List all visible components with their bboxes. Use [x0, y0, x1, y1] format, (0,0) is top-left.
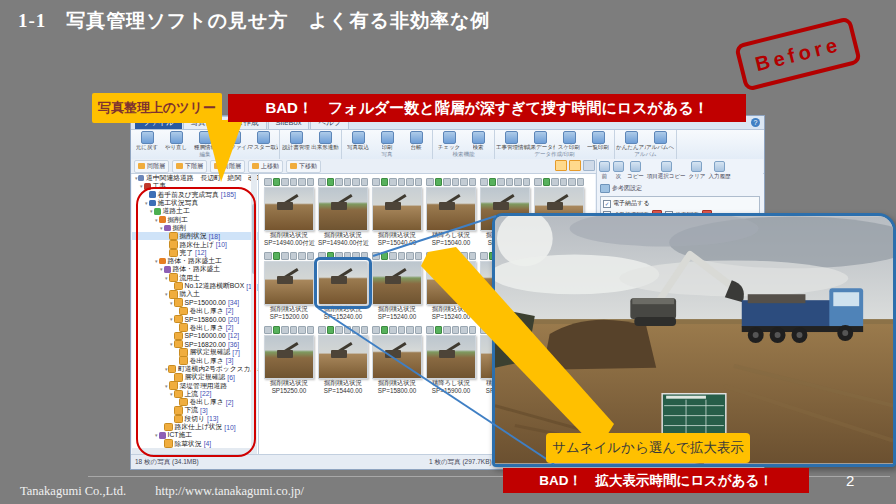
- ribbon-button[interactable]: チェック: [436, 131, 462, 150]
- thumbnail-status-icons: [426, 326, 476, 334]
- ribbon-button[interactable]: 印刷: [374, 131, 400, 150]
- thumbnail-image[interactable]: [318, 335, 368, 379]
- thumbnail-caption: 掘削積込状況: [318, 305, 368, 313]
- checkbox-item[interactable]: ✓電子納品する: [603, 199, 649, 208]
- thumbnail-status-icons: [264, 326, 314, 334]
- status-icon: [460, 326, 468, 334]
- tree-node[interactable]: SP=16000.00[12]: [132, 332, 258, 340]
- ribbon-button[interactable]: 外部ファイル: [221, 131, 247, 150]
- thumbnail-image[interactable]: [264, 335, 314, 379]
- thumbnail[interactable]: 掘削積込状況SP=15040.00: [372, 178, 422, 246]
- ribbon-button[interactable]: アルバムへ: [647, 131, 673, 150]
- panel-button[interactable]: 入力履歴: [708, 161, 730, 180]
- view-mode-icon[interactable]: [583, 160, 595, 171]
- panel-button[interactable]: 次: [613, 161, 624, 180]
- view-mode-icon[interactable]: [569, 160, 581, 171]
- ribbon-button[interactable]: 写真取込: [345, 131, 371, 150]
- approved-icon: [435, 178, 443, 186]
- status-icon: [335, 178, 343, 186]
- ribbon-button[interactable]: 成果データ作成: [527, 131, 553, 150]
- status-icon: [389, 178, 397, 186]
- tree-node-count: [185]: [221, 191, 236, 198]
- tree-nav-button[interactable]: 同階層: [134, 160, 169, 173]
- tree-vertical-scrollbar[interactable]: [251, 174, 257, 454]
- ribbon-button[interactable]: 検索: [465, 131, 491, 150]
- checkbox[interactable]: ✓: [603, 200, 611, 208]
- ribbon-button[interactable]: 元に戻す: [134, 131, 160, 150]
- tree-node[interactable]: 巻出し厚さ[2]: [132, 307, 258, 315]
- ribbon-button[interactable]: 工事管理情報: [498, 131, 524, 150]
- tree-nav-button[interactable]: 下移動: [286, 160, 321, 173]
- status-icon: [389, 326, 397, 334]
- thumbnail[interactable]: 掘削積込状況SP=14940.00付近: [264, 178, 314, 246]
- ribbon-button[interactable]: 種層情報: [192, 131, 218, 150]
- ribbon-button[interactable]: 設計書管理: [283, 131, 309, 150]
- thumbnail[interactable]: 掘削積込状況SP=15440.00: [318, 326, 368, 394]
- tree-node[interactable]: ▾施工状況写真: [132, 199, 258, 207]
- panel-button[interactable]: 前: [599, 161, 610, 180]
- thumbnail-image[interactable]: [264, 187, 314, 231]
- ribbon-button[interactable]: 一覧印刷: [585, 131, 611, 150]
- tree-node[interactable]: ▾掘削工: [132, 215, 258, 223]
- panel-button[interactable]: クリア: [689, 161, 706, 180]
- thumbnail-image[interactable]: [426, 335, 476, 379]
- panel-button[interactable]: コピー: [627, 161, 644, 180]
- status-icon: [344, 326, 352, 334]
- thumbnail[interactable]: 掘削積込状況SP=15240.00: [372, 252, 422, 320]
- thumbnail-image[interactable]: [372, 335, 422, 379]
- reference-setting-row[interactable]: 参考図設定: [597, 182, 763, 195]
- thumbnail[interactable]: 積降ろし状況SP=15900.00: [426, 326, 476, 394]
- ribbon-button-label: チェック: [438, 144, 461, 150]
- thumbnail-image[interactable]: [372, 261, 422, 305]
- ribbon-group-5: 工事管理情報成果データ作成スケ印刷一覧印刷データ作成/印刷: [495, 130, 615, 159]
- thumbnail[interactable]: 掘削積込状況SP=14940.00付近: [318, 178, 368, 246]
- thumbnail-image[interactable]: [426, 261, 476, 305]
- status-icon: [318, 326, 326, 334]
- tree-nav-button[interactable]: 下階層: [172, 160, 207, 173]
- tree-node[interactable]: 巻出し厚さ[2]: [132, 323, 258, 331]
- tree-node[interactable]: ▾道中関連絡道路 長辺町 絶関 改工事: [132, 174, 258, 182]
- view-mode-icon[interactable]: [555, 160, 567, 171]
- tree-node[interactable]: ▾道路土工: [132, 207, 258, 215]
- thumbnail-station: SP=15240.00: [318, 313, 368, 321]
- tree-node[interactable]: ▾購入土: [132, 290, 258, 298]
- help-icon[interactable]: ?: [751, 118, 760, 127]
- tree-node[interactable]: 除草状況[4]: [132, 440, 258, 448]
- thumbnail[interactable]: 掘削積込状況SP=15240.00: [426, 252, 476, 320]
- ribbon-button-icon: [592, 131, 605, 144]
- thumbnail-caption: 掘削積込状況: [264, 231, 314, 239]
- folder-node-icon: [168, 365, 177, 374]
- tree-node[interactable]: 路床仕上げ状況[10]: [132, 423, 258, 431]
- thumbnail-caption: 掘削積込状況: [426, 305, 476, 313]
- ribbon-button-icon: [625, 131, 638, 144]
- tree-nav-label: 上移動: [261, 162, 279, 171]
- status-icon: [568, 178, 576, 186]
- ribbon-button[interactable]: やり直し: [163, 131, 189, 150]
- ribbon-button[interactable]: マスター取込: [250, 131, 276, 150]
- ribbon-button-label: 一覧印刷: [587, 144, 609, 150]
- tree-nav-button[interactable]: 上移動: [248, 160, 283, 173]
- thumbnail-image[interactable]: [426, 187, 476, 231]
- ribbon-button[interactable]: 出来形連動: [312, 131, 338, 150]
- thumbnail-image[interactable]: [318, 187, 368, 231]
- footer-url[interactable]: http://www.tanakagumi.co.jp/: [155, 484, 304, 498]
- panel-button-icon: [691, 161, 702, 172]
- panel-button[interactable]: 項目選択コピー: [647, 161, 686, 180]
- tree-nav-button[interactable]: 前階層: [210, 160, 245, 173]
- tree-node[interactable]: 路床仕上げ[10]: [132, 240, 258, 248]
- thumbnail[interactable]: 積降ろし状況SP=15040.00: [426, 178, 476, 246]
- ribbon-button[interactable]: スケ印刷: [556, 131, 582, 150]
- status-icon: [452, 326, 460, 334]
- thumbnail[interactable]: 掘削積込状況SP=15800.00: [372, 326, 422, 394]
- thumbnail-image[interactable]: [318, 261, 368, 305]
- enlarged-photo[interactable]: [492, 213, 896, 467]
- thumbnail-image[interactable]: [264, 261, 314, 305]
- ribbon-button[interactable]: かんたんアルバム作成: [618, 131, 644, 150]
- thumbnail-image[interactable]: [372, 187, 422, 231]
- thumbnail[interactable]: 掘削積込状況SP=15200.00: [264, 252, 314, 320]
- ribbon-button[interactable]: 台帳: [403, 131, 429, 150]
- thumbnail-selected[interactable]: 掘削積込状況SP=15240.00: [318, 252, 368, 320]
- ribbon-button-icon: [257, 131, 270, 144]
- thumbnail-station: SP=15900.00: [426, 387, 476, 395]
- thumbnail[interactable]: 掘削積込状況SP15250.00: [264, 326, 314, 394]
